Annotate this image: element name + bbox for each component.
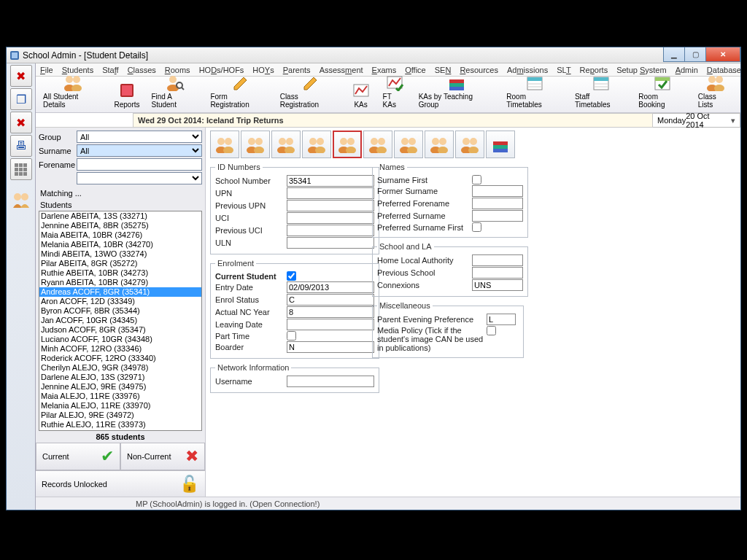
surname-select[interactable]: All [77, 144, 202, 157]
detail-tab-2[interactable] [271, 131, 301, 158]
surname-first-checkbox[interactable] [472, 175, 481, 184]
toolbar-find-a-student[interactable]: Find A Student [148, 71, 201, 111]
date-picker[interactable]: Monday 20 Oct 2014 ▾ [653, 113, 740, 128]
detail-tab-3[interactable] [302, 131, 331, 158]
uci-input[interactable] [287, 212, 374, 224]
detail-tab-4[interactable] [333, 131, 362, 158]
forename-input[interactable] [77, 158, 202, 171]
toolbar-class-lists[interactable]: Class Lists [695, 71, 736, 111]
list-item[interactable]: Pilar ABEITA, 8GR (35272) [39, 259, 201, 268]
connexions-input[interactable] [472, 279, 523, 291]
boarder-input[interactable] [287, 341, 374, 353]
maximize-button[interactable] [684, 47, 706, 62]
list-item[interactable]: Andreas ACOFF, 8GR (35341) [39, 287, 201, 297]
print-icon[interactable]: 🖶 [10, 135, 32, 157]
list-item[interactable]: Darlene ABEITA, 13S (33271) [39, 211, 201, 221]
svg-point-40 [255, 138, 263, 145]
list-item[interactable]: Jennine ALEJO, 9RE (34975) [39, 382, 201, 392]
preferred-surname-first-checkbox[interactable] [472, 222, 481, 232]
toolbar-form-registration[interactable]: Form Registration [207, 71, 271, 111]
student-list[interactable]: Darlene ABEITA, 13S (33271)Jennine ABEIT… [39, 211, 202, 431]
minimize-button[interactable] [663, 47, 685, 62]
list-item[interactable]: Pilar ALEJO, 9RE (34972) [39, 411, 201, 420]
uln-input[interactable] [287, 237, 374, 249]
leaving-date-input[interactable] [287, 319, 374, 330]
list-item[interactable]: Melania ABEITA, 10BR (34270) [39, 240, 201, 249]
upn-input[interactable] [287, 187, 374, 199]
toolbar-reports[interactable]: Reports [112, 79, 143, 111]
current-button[interactable]: Current ✔ [36, 443, 120, 470]
current-student-checkbox[interactable] [287, 271, 296, 281]
school-number-input[interactable] [287, 175, 374, 187]
detail-tab-1[interactable] [241, 131, 270, 158]
detail-tab-9[interactable] [486, 131, 515, 158]
entry-date-input[interactable] [287, 281, 374, 293]
students-label: Students [36, 199, 205, 211]
detail-tab-0[interactable] [210, 131, 239, 158]
list-item[interactable]: Byron ACOFF, 8BR (35344) [39, 306, 201, 316]
list-item[interactable]: Mindi ABEITA, 13WO (33274) [39, 249, 201, 259]
detail-tab-8[interactable] [455, 131, 484, 158]
list-item[interactable]: Maia ALEJO, 11RE (33976) [39, 392, 201, 401]
extra-filter-select[interactable] [77, 172, 202, 184]
toolbar-ft-kas[interactable]: FT KAs [380, 71, 410, 111]
toolbar-kas[interactable]: KAs [348, 79, 374, 111]
preferred-forename-input[interactable] [472, 198, 523, 209]
date-dropdown-icon[interactable]: ▾ [728, 116, 738, 125]
toolbar-class-registration[interactable]: Class Registration [277, 71, 342, 111]
toolbar-staff-timetables[interactable]: Staff Timetables [572, 71, 630, 111]
list-item[interactable]: Judson ACOFF, 8GR (35347) [39, 325, 201, 335]
toolbar-room-timetables[interactable]: Room Timetables [503, 71, 566, 111]
detail-tab-6[interactable] [394, 131, 423, 158]
username-input[interactable] [287, 376, 374, 387]
list-item[interactable]: Melania ALEJO, 11RE (33970) [39, 401, 201, 411]
noncurrent-button[interactable]: Non-Current ✖ [120, 443, 205, 470]
previous-uci-input[interactable] [287, 225, 374, 236]
preferred-surname-input[interactable] [472, 210, 523, 222]
list-item[interactable]: Aron ACOFF, 12D (33349) [39, 297, 201, 306]
list-item[interactable]: Ryann ABEITA, 10BR (34279) [39, 278, 201, 287]
list-item[interactable]: Roderick ACOFF, 12RO (33340) [39, 354, 201, 363]
detail-tab-7[interactable] [425, 131, 454, 158]
nc-year-input[interactable] [287, 306, 374, 318]
list-item[interactable]: Cherilyn ALEJO, 9GR (34978) [39, 363, 201, 373]
list-item[interactable]: Luciano ACOFF, 10GR (34348) [39, 335, 201, 344]
grid-icon[interactable] [10, 158, 32, 180]
toolbar-all-student-details[interactable]: All Student Details [40, 71, 106, 111]
svg-rect-9 [122, 85, 132, 96]
svg-point-56 [378, 138, 385, 145]
list-item[interactable]: Darlene ALEJO, 13S (32971) [39, 373, 201, 382]
windows-icon[interactable]: ❐ [10, 88, 32, 110]
home-la-input[interactable] [472, 254, 523, 266]
people-icon[interactable] [10, 189, 32, 211]
toolbar-kas-by-teaching-group[interactable]: KAs by Teaching Group [416, 71, 498, 111]
list-item[interactable]: Jan ACOFF, 10GR (34345) [39, 316, 201, 325]
group-select[interactable]: All [77, 131, 202, 143]
detail-tab-5[interactable] [363, 131, 392, 158]
people-icon [307, 136, 326, 153]
toolbar-room-booking[interactable]: Room Booking [635, 71, 689, 111]
banner-message: Wed 29 Oct 2014: Iceland Trip Returns [133, 113, 653, 128]
close-button[interactable] [705, 47, 740, 62]
close-window-icon[interactable]: ✖ [10, 112, 32, 133]
close-all-icon[interactable]: ✖ [10, 65, 32, 87]
list-item[interactable]: Ruthie ABEITA, 10BR (34273) [39, 268, 201, 278]
list-item[interactable]: Jennine ABEITA, 8BR (35275) [39, 221, 201, 230]
list-item[interactable]: Minh ACOFF, 12RO (33346) [39, 344, 201, 354]
list-item[interactable]: Maia ABEITA, 10BR (34276) [39, 230, 201, 240]
previous-school-input[interactable] [472, 267, 523, 279]
part-time-checkbox[interactable] [287, 331, 296, 341]
svg-point-66 [438, 147, 448, 153]
svg-rect-30 [655, 77, 670, 81]
parent-evening-input[interactable] [487, 314, 516, 325]
media-policy-checkbox[interactable] [487, 326, 496, 335]
list-item[interactable]: Ruthie ALEJO, 11RE (33973) [39, 420, 201, 429]
records-lock[interactable]: Records Unlocked 🔓 [36, 470, 205, 497]
enrol-status-input[interactable] [287, 294, 374, 306]
forename-label: Forename [39, 160, 77, 169]
svg-point-36 [225, 138, 232, 145]
names-group: Names Surname First Former Surname Prefe… [372, 163, 528, 238]
status-bar: MP (SchoolAdmin) is logged in. (Open Con… [36, 497, 740, 510]
previous-upn-input[interactable] [287, 200, 374, 211]
former-surname-input[interactable] [472, 185, 523, 197]
